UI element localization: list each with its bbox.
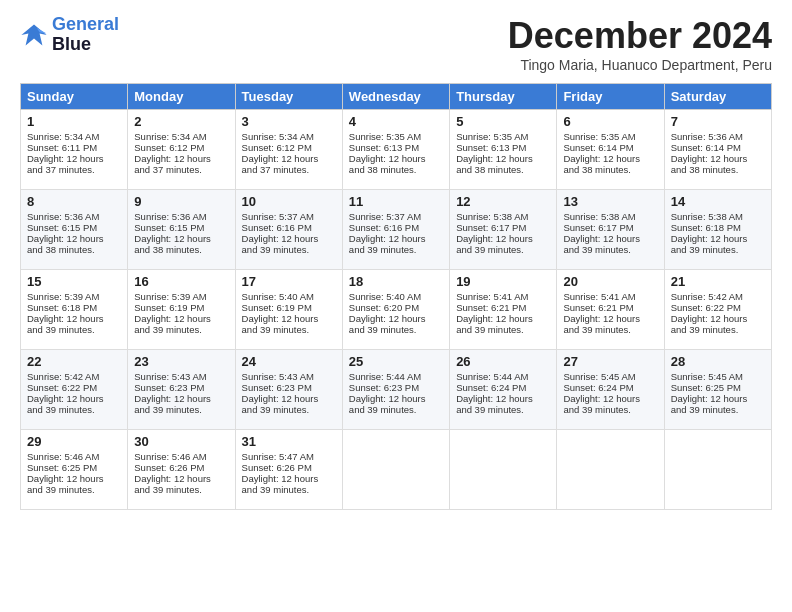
sunset-text: Sunset: 6:17 PM	[456, 222, 550, 233]
daylight-text: Daylight: 12 hours and 39 minutes.	[671, 313, 765, 335]
day-number: 18	[349, 274, 443, 289]
day-number: 6	[563, 114, 657, 129]
logo-bird-icon	[20, 21, 48, 49]
sunset-text: Sunset: 6:19 PM	[134, 302, 228, 313]
daylight-text: Daylight: 12 hours and 39 minutes.	[563, 313, 657, 335]
sunset-text: Sunset: 6:11 PM	[27, 142, 121, 153]
daylight-text: Daylight: 12 hours and 39 minutes.	[563, 393, 657, 415]
daylight-text: Daylight: 12 hours and 39 minutes.	[349, 233, 443, 255]
calendar-cell: 22Sunrise: 5:42 AMSunset: 6:22 PMDayligh…	[21, 350, 128, 430]
header-row: SundayMondayTuesdayWednesdayThursdayFrid…	[21, 84, 772, 110]
sunset-text: Sunset: 6:18 PM	[671, 222, 765, 233]
calendar-cell: 13Sunrise: 5:38 AMSunset: 6:17 PMDayligh…	[557, 190, 664, 270]
sunset-text: Sunset: 6:22 PM	[671, 302, 765, 313]
day-number: 11	[349, 194, 443, 209]
calendar-cell: 5Sunrise: 5:35 AMSunset: 6:13 PMDaylight…	[450, 110, 557, 190]
calendar-cell: 29Sunrise: 5:46 AMSunset: 6:25 PMDayligh…	[21, 430, 128, 510]
sunset-text: Sunset: 6:15 PM	[27, 222, 121, 233]
daylight-text: Daylight: 12 hours and 38 minutes.	[134, 233, 228, 255]
day-number: 31	[242, 434, 336, 449]
calendar-cell: 23Sunrise: 5:43 AMSunset: 6:23 PMDayligh…	[128, 350, 235, 430]
week-row-5: 29Sunrise: 5:46 AMSunset: 6:25 PMDayligh…	[21, 430, 772, 510]
calendar-cell: 16Sunrise: 5:39 AMSunset: 6:19 PMDayligh…	[128, 270, 235, 350]
sunrise-text: Sunrise: 5:42 AM	[671, 291, 765, 302]
sunrise-text: Sunrise: 5:38 AM	[456, 211, 550, 222]
daylight-text: Daylight: 12 hours and 39 minutes.	[242, 473, 336, 495]
page: GeneralBlue December 2024 Tingo Maria, H…	[0, 0, 792, 612]
day-number: 7	[671, 114, 765, 129]
daylight-text: Daylight: 12 hours and 37 minutes.	[242, 153, 336, 175]
day-number: 8	[27, 194, 121, 209]
calendar-cell: 25Sunrise: 5:44 AMSunset: 6:23 PMDayligh…	[342, 350, 449, 430]
daylight-text: Daylight: 12 hours and 39 minutes.	[27, 393, 121, 415]
calendar-cell: 27Sunrise: 5:45 AMSunset: 6:24 PMDayligh…	[557, 350, 664, 430]
daylight-text: Daylight: 12 hours and 39 minutes.	[671, 393, 765, 415]
daylight-text: Daylight: 12 hours and 38 minutes.	[27, 233, 121, 255]
calendar-cell: 26Sunrise: 5:44 AMSunset: 6:24 PMDayligh…	[450, 350, 557, 430]
daylight-text: Daylight: 12 hours and 39 minutes.	[27, 473, 121, 495]
week-row-3: 15Sunrise: 5:39 AMSunset: 6:18 PMDayligh…	[21, 270, 772, 350]
week-row-1: 1Sunrise: 5:34 AMSunset: 6:11 PMDaylight…	[21, 110, 772, 190]
sunrise-text: Sunrise: 5:34 AM	[27, 131, 121, 142]
day-number: 5	[456, 114, 550, 129]
sunset-text: Sunset: 6:19 PM	[242, 302, 336, 313]
sunset-text: Sunset: 6:21 PM	[563, 302, 657, 313]
sunset-text: Sunset: 6:14 PM	[563, 142, 657, 153]
calendar-cell: 4Sunrise: 5:35 AMSunset: 6:13 PMDaylight…	[342, 110, 449, 190]
calendar-cell	[450, 430, 557, 510]
calendar-cell: 18Sunrise: 5:40 AMSunset: 6:20 PMDayligh…	[342, 270, 449, 350]
daylight-text: Daylight: 12 hours and 39 minutes.	[134, 473, 228, 495]
day-number: 22	[27, 354, 121, 369]
daylight-text: Daylight: 12 hours and 39 minutes.	[134, 393, 228, 415]
day-number: 16	[134, 274, 228, 289]
sunrise-text: Sunrise: 5:41 AM	[456, 291, 550, 302]
sunset-text: Sunset: 6:26 PM	[134, 462, 228, 473]
sunrise-text: Sunrise: 5:46 AM	[134, 451, 228, 462]
sunset-text: Sunset: 6:23 PM	[242, 382, 336, 393]
daylight-text: Daylight: 12 hours and 39 minutes.	[349, 393, 443, 415]
logo-text: GeneralBlue	[52, 15, 119, 55]
day-number: 2	[134, 114, 228, 129]
sunrise-text: Sunrise: 5:41 AM	[563, 291, 657, 302]
day-header-monday: Monday	[128, 84, 235, 110]
calendar-cell: 11Sunrise: 5:37 AMSunset: 6:16 PMDayligh…	[342, 190, 449, 270]
location-subtitle: Tingo Maria, Huanuco Department, Peru	[508, 57, 772, 73]
day-number: 10	[242, 194, 336, 209]
calendar-cell: 31Sunrise: 5:47 AMSunset: 6:26 PMDayligh…	[235, 430, 342, 510]
calendar-cell: 10Sunrise: 5:37 AMSunset: 6:16 PMDayligh…	[235, 190, 342, 270]
daylight-text: Daylight: 12 hours and 39 minutes.	[671, 233, 765, 255]
day-number: 28	[671, 354, 765, 369]
day-header-thursday: Thursday	[450, 84, 557, 110]
sunrise-text: Sunrise: 5:36 AM	[671, 131, 765, 142]
day-number: 14	[671, 194, 765, 209]
svg-marker-0	[21, 24, 46, 45]
sunset-text: Sunset: 6:16 PM	[242, 222, 336, 233]
calendar-cell: 28Sunrise: 5:45 AMSunset: 6:25 PMDayligh…	[664, 350, 771, 430]
sunset-text: Sunset: 6:24 PM	[563, 382, 657, 393]
sunset-text: Sunset: 6:23 PM	[349, 382, 443, 393]
sunset-text: Sunset: 6:14 PM	[671, 142, 765, 153]
sunset-text: Sunset: 6:18 PM	[27, 302, 121, 313]
daylight-text: Daylight: 12 hours and 38 minutes.	[456, 153, 550, 175]
sunrise-text: Sunrise: 5:34 AM	[134, 131, 228, 142]
week-row-4: 22Sunrise: 5:42 AMSunset: 6:22 PMDayligh…	[21, 350, 772, 430]
calendar-cell: 9Sunrise: 5:36 AMSunset: 6:15 PMDaylight…	[128, 190, 235, 270]
sunrise-text: Sunrise: 5:37 AM	[242, 211, 336, 222]
calendar-cell: 14Sunrise: 5:38 AMSunset: 6:18 PMDayligh…	[664, 190, 771, 270]
calendar-cell: 20Sunrise: 5:41 AMSunset: 6:21 PMDayligh…	[557, 270, 664, 350]
sunrise-text: Sunrise: 5:38 AM	[563, 211, 657, 222]
sunrise-text: Sunrise: 5:35 AM	[456, 131, 550, 142]
sunrise-text: Sunrise: 5:42 AM	[27, 371, 121, 382]
header: GeneralBlue December 2024 Tingo Maria, H…	[20, 15, 772, 73]
day-number: 20	[563, 274, 657, 289]
sunrise-text: Sunrise: 5:35 AM	[563, 131, 657, 142]
calendar-cell: 2Sunrise: 5:34 AMSunset: 6:12 PMDaylight…	[128, 110, 235, 190]
sunrise-text: Sunrise: 5:45 AM	[671, 371, 765, 382]
sunrise-text: Sunrise: 5:45 AM	[563, 371, 657, 382]
calendar-table: SundayMondayTuesdayWednesdayThursdayFrid…	[20, 83, 772, 510]
sunrise-text: Sunrise: 5:39 AM	[27, 291, 121, 302]
sunset-text: Sunset: 6:26 PM	[242, 462, 336, 473]
day-number: 15	[27, 274, 121, 289]
sunset-text: Sunset: 6:23 PM	[134, 382, 228, 393]
day-number: 19	[456, 274, 550, 289]
